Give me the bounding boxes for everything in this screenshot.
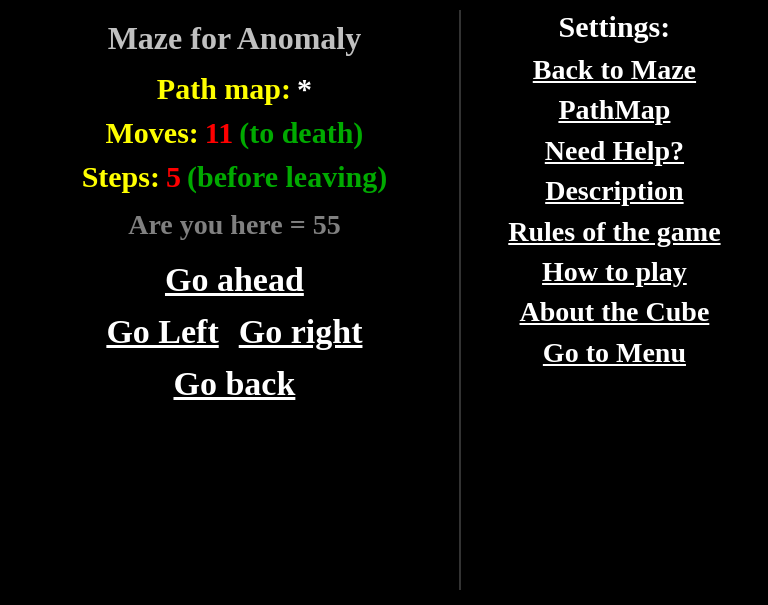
moves-line: Moves: 11 (to death) [106, 116, 364, 150]
nav-section: Go ahead Go Left Go right Go back [106, 261, 362, 403]
steps-value: 5 [166, 160, 181, 194]
are-you-here: Are you here = 55 [128, 209, 340, 241]
about-cube-link[interactable]: About the Cube [520, 294, 710, 330]
description-link[interactable]: Description [545, 173, 683, 209]
path-map-line: Path map: * [157, 72, 312, 106]
go-ahead-link[interactable]: Go ahead [165, 261, 304, 299]
back-to-maze-link[interactable]: Back to Maze [533, 52, 696, 88]
how-to-play-link[interactable]: How to play [542, 254, 687, 290]
left-panel: Maze for Anomaly Path map: * Moves: 11 (… [0, 0, 459, 605]
steps-line: Steps: 5 (before leaving) [82, 160, 388, 194]
steps-label: Steps: [82, 160, 160, 194]
nav-left-right-row: Go Left Go right [106, 313, 362, 351]
path-map-value: * [297, 72, 312, 106]
moves-suffix: (to death) [239, 116, 363, 150]
path-map-label: Path map: [157, 72, 291, 106]
pathmap-link[interactable]: PathMap [558, 92, 670, 128]
go-to-menu-link[interactable]: Go to Menu [543, 335, 686, 371]
steps-suffix: (before leaving) [187, 160, 387, 194]
settings-title: Settings: [559, 10, 671, 44]
game-title: Maze for Anomaly [108, 20, 362, 57]
go-right-link[interactable]: Go right [239, 313, 363, 351]
rules-link[interactable]: Rules of the game [508, 214, 720, 250]
moves-label: Moves: [106, 116, 199, 150]
go-left-link[interactable]: Go Left [106, 313, 218, 351]
go-back-link[interactable]: Go back [173, 365, 295, 403]
need-help-link[interactable]: Need Help? [545, 133, 684, 169]
moves-value: 11 [205, 116, 233, 150]
right-panel: Settings: Back to Maze PathMap Need Help… [461, 0, 768, 605]
